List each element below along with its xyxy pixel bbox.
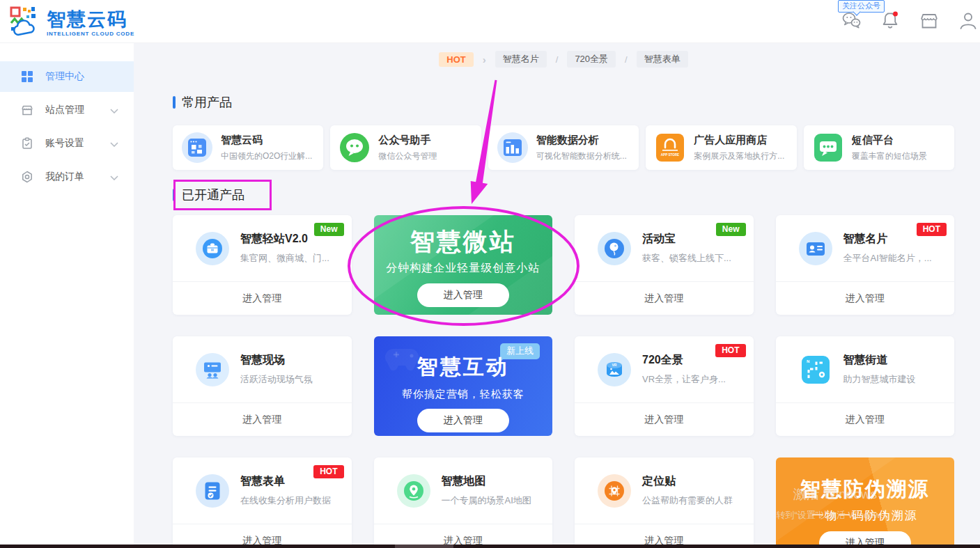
breadcrumb: HOT › 智慧名片 / 720全景 / 智慧表单	[173, 51, 954, 68]
enter-management-button[interactable]: 进入管理	[776, 402, 955, 435]
common-product-smart-cloud-code[interactable]: 智慧云码 中国领先的O2O行业解...	[173, 125, 323, 170]
enter-management-button[interactable]: 进入管理	[575, 281, 754, 314]
bottom-edge-bar	[0, 545, 980, 548]
promo-card-smart-micro-site[interactable]: 智慧微站 分钟构建企业轻量级创意小站 进入管理	[374, 215, 553, 315]
enter-management-button[interactable]: 进入管理	[173, 281, 352, 314]
breadcrumb-tag-smart-card[interactable]: 智慧名片	[495, 51, 547, 68]
form-checklist-icon	[196, 474, 229, 508]
map-pin-icon	[397, 474, 430, 508]
enter-management-button[interactable]: 进入管理	[173, 402, 352, 435]
product-card-smart-form: HOT 智慧表单 在线收集分析用户数据 进入管理	[173, 457, 352, 548]
hot-badge: HOT	[715, 344, 745, 357]
common-product-sms-platform[interactable]: 短信平台 覆盖丰富的短信场景	[804, 125, 954, 170]
section-title-common-products: 常用产品	[173, 94, 954, 111]
vr-panorama-icon: VR	[598, 353, 631, 386]
notification-bell-icon[interactable]	[880, 10, 901, 31]
follow-official-account-tooltip: 关注公众号	[838, 0, 885, 13]
svg-text:VR: VR	[612, 363, 617, 367]
grid-icon	[21, 70, 35, 84]
lite-site-icon	[196, 232, 229, 265]
section-title-opened-products: 已开通产品	[173, 187, 954, 203]
promo-subtitle: 分钟构建企业轻量级创意小站	[374, 261, 553, 276]
balloon-icon	[598, 232, 631, 265]
common-product-smart-data-analysis[interactable]: 智能数据分析 可视化智能数据分析统...	[488, 125, 639, 170]
promo-subtitle: 帮你搞定营销，轻松获客	[374, 388, 553, 401]
common-product-official-account-helper[interactable]: 公众号助手 微信公众号管理	[330, 125, 481, 170]
presentation-icon	[196, 353, 229, 386]
storefront-icon	[21, 103, 35, 117]
id-card-icon	[799, 232, 832, 265]
promo-card-anti-counterfeit-trace[interactable]: 智慧防伪溯源 一物一码防伪溯源 进入管理	[776, 457, 955, 548]
product-card-location-sticker: 定位贴 公益帮助有需要的人群 进入管理	[575, 457, 754, 548]
breadcrumb-tag-smart-form[interactable]: 智慧表单	[637, 51, 688, 68]
hex-gear-icon	[21, 170, 35, 184]
user-profile-icon[interactable]	[958, 10, 979, 31]
qr-window-icon	[182, 132, 212, 163]
sidebar-item-label: 账号设置	[45, 137, 84, 150]
top-header: 智慧云码 INTELLIGENT CLOUD CODE 关注公众号	[0, 0, 980, 43]
enter-management-button[interactable]: 进入管理	[417, 283, 509, 307]
breadcrumb-slash-separator: /	[556, 54, 559, 65]
sidebar-item-label: 我的订单	[45, 171, 84, 183]
enter-management-button[interactable]: 进入管理	[776, 281, 955, 314]
opened-products-grid: New 智慧轻站V2.0 集官网、微商城、门... 进入管理	[173, 215, 954, 548]
hot-badge: HOT	[917, 223, 947, 236]
location-crosshair-icon	[598, 474, 631, 508]
hot-badge: HOT	[439, 52, 473, 67]
svg-text:N: N	[807, 359, 809, 363]
product-card-720-panorama: HOT VR 720全景 VR全景，让客户身... 进入管理	[575, 336, 754, 436]
sidebar-item-my-orders[interactable]: 我的订单	[0, 162, 134, 192]
section-accent-bar	[173, 96, 176, 109]
route-map-icon: N	[799, 353, 832, 386]
common-products-row: 智慧云码 中国领先的O2O行业解... 公众号助手 微信公众号管理	[173, 125, 954, 170]
product-card-smart-scene: 智慧现场 活跃活动现场气氛 进入管理	[173, 336, 352, 436]
new-badge: New	[314, 223, 344, 236]
clipboard-check-icon	[21, 136, 35, 150]
common-product-ad-app-store[interactable]: APP STORE 广告人应用商店 案例展示及落地执行方...	[646, 125, 796, 170]
store-icon[interactable]	[919, 10, 940, 31]
breadcrumb-arrow-separator: ›	[483, 54, 486, 65]
product-card-smart-business-card: HOT 智慧名片 全平台AI智能名片，... 进入管理	[776, 215, 955, 315]
new-badge: New	[716, 223, 746, 236]
shopping-bag-icon: APP STORE	[655, 132, 685, 163]
main-content: HOT › 智慧名片 / 720全景 / 智慧表单 常用产品 智慧云码	[134, 43, 980, 548]
breadcrumb-tag-720-panorama[interactable]: 720全景	[567, 51, 616, 68]
brand-tagline: INTELLIGENT CLOUD CODE	[47, 31, 134, 37]
product-card-activity-treasure: New 活动宝 获客、锁客线上线下... 进入管理	[575, 215, 754, 315]
wechat-bubble-icon	[339, 132, 370, 163]
chevron-down-icon	[110, 138, 118, 149]
section-accent-bar	[173, 189, 176, 201]
enter-management-button[interactable]: 进入管理	[575, 402, 754, 435]
product-card-smart-street: N 智慧街道 助力智慧城市建设 进入管理	[776, 336, 955, 436]
svg-text:APP STORE: APP STORE	[661, 153, 679, 157]
bar-chart-icon	[497, 132, 528, 163]
sidebar-item-label: 管理中心	[45, 70, 84, 83]
sms-bubble-icon	[813, 132, 843, 163]
sidebar-item-account-settings[interactable]: 账号设置	[0, 128, 134, 159]
product-card-smart-lite-site: New 智慧轻站V2.0 集官网、微商城、门... 进入管理	[173, 215, 352, 315]
sidebar-item-label: 站点管理	[45, 104, 84, 116]
promo-title: 智慧互动	[374, 336, 553, 382]
qr-cloud-logo-icon	[10, 6, 42, 40]
brand-name: 智慧云码	[47, 10, 134, 29]
enter-management-button[interactable]: 进入管理	[417, 409, 509, 432]
product-card-smart-map: 智慧地图 一个专属的场景AI地图 进入管理	[374, 457, 553, 548]
promo-title: 智慧微站	[374, 215, 553, 258]
chevron-down-icon	[110, 171, 118, 182]
promo-card-smart-interaction[interactable]: 新上线 智慧互动 帮你搞定营销，轻松获客 进入管理	[374, 336, 553, 436]
chevron-down-icon	[110, 104, 118, 116]
brand-logo[interactable]: 智慧云码 INTELLIGENT CLOUD CODE	[10, 6, 134, 40]
promo-title: 智慧防伪溯源	[776, 457, 955, 503]
sidebar-item-site-management[interactable]: 站点管理	[0, 95, 134, 125]
hot-badge: HOT	[313, 465, 343, 478]
sidebar: 管理中心 站点管理 账号设置	[0, 43, 134, 548]
promo-subtitle: 一物一码防伪溯源	[776, 508, 955, 524]
breadcrumb-slash-separator: /	[625, 54, 628, 65]
sidebar-item-management-center[interactable]: 管理中心	[0, 61, 134, 92]
